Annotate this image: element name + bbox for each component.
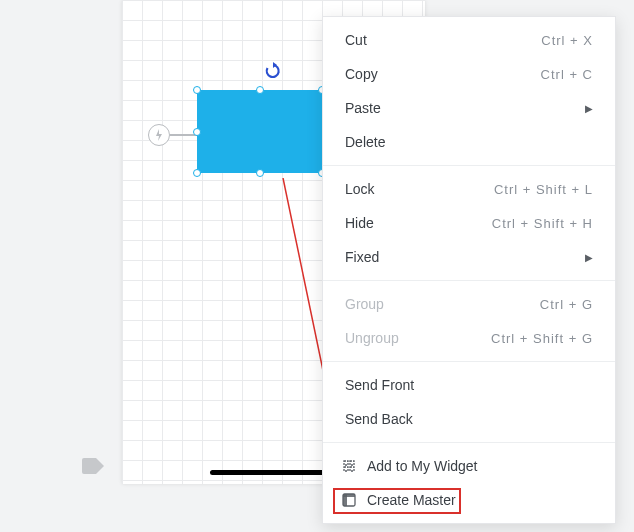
menu-add-widget[interactable]: Add to My Widget xyxy=(323,449,615,483)
menu-copy-shortcut: Ctrl + C xyxy=(541,67,593,82)
menu-lock[interactable]: Lock Ctrl + Shift + L xyxy=(323,172,615,206)
menu-cut[interactable]: Cut Ctrl + X xyxy=(323,23,615,57)
create-master-icon xyxy=(341,492,357,508)
menu-paste-label: Paste xyxy=(345,100,381,116)
menu-add-widget-label: Add to My Widget xyxy=(367,458,478,474)
context-menu: Cut Ctrl + X Copy Ctrl + C Paste ▶ Delet… xyxy=(322,16,616,524)
menu-delete[interactable]: Delete xyxy=(323,125,615,159)
menu-separator xyxy=(323,361,615,362)
menu-lock-shortcut: Ctrl + Shift + L xyxy=(494,182,593,197)
menu-ungroup: Ungroup Ctrl + Shift + G xyxy=(323,321,615,355)
chevron-right-icon: ▶ xyxy=(585,103,593,114)
menu-lock-label: Lock xyxy=(345,181,375,197)
lightning-icon xyxy=(154,129,164,141)
resize-handle-w[interactable] xyxy=(193,128,201,136)
menu-group: Group Ctrl + G xyxy=(323,287,615,321)
add-widget-icon xyxy=(341,458,357,474)
menu-group-label: Group xyxy=(345,296,384,312)
menu-hide[interactable]: Hide Ctrl + Shift + H xyxy=(323,206,615,240)
svg-rect-3 xyxy=(343,494,355,497)
menu-create-master-label: Create Master xyxy=(367,492,456,508)
resize-handle-nw[interactable] xyxy=(193,86,201,94)
resize-handle-s[interactable] xyxy=(256,169,264,177)
menu-hide-label: Hide xyxy=(345,215,374,231)
menu-send-front-label: Send Front xyxy=(345,377,414,393)
tag-icon xyxy=(82,458,104,477)
menu-hide-shortcut: Ctrl + Shift + H xyxy=(492,216,593,231)
menu-cut-shortcut: Ctrl + X xyxy=(541,33,593,48)
menu-fixed[interactable]: Fixed ▶ xyxy=(323,240,615,274)
menu-separator xyxy=(323,280,615,281)
menu-group-shortcut: Ctrl + G xyxy=(540,297,593,312)
rotate-icon xyxy=(264,62,282,80)
menu-send-back[interactable]: Send Back xyxy=(323,402,615,436)
menu-create-master[interactable]: Create Master xyxy=(323,483,615,517)
menu-ungroup-label: Ungroup xyxy=(345,330,399,346)
menu-copy-label: Copy xyxy=(345,66,378,82)
rotate-handle[interactable] xyxy=(264,62,282,80)
menu-delete-label: Delete xyxy=(345,134,385,150)
menu-copy[interactable]: Copy Ctrl + C xyxy=(323,57,615,91)
chevron-right-icon: ▶ xyxy=(585,252,593,263)
resize-handle-n[interactable] xyxy=(256,86,264,94)
menu-cut-label: Cut xyxy=(345,32,367,48)
menu-fixed-label: Fixed xyxy=(345,249,379,265)
menu-send-back-label: Send Back xyxy=(345,411,413,427)
menu-paste[interactable]: Paste ▶ xyxy=(323,91,615,125)
resize-handle-sw[interactable] xyxy=(193,169,201,177)
selected-rectangle[interactable] xyxy=(197,90,322,173)
menu-ungroup-shortcut: Ctrl + Shift + G xyxy=(491,331,593,346)
interaction-badge[interactable] xyxy=(148,124,170,146)
menu-separator xyxy=(323,442,615,443)
menu-separator xyxy=(323,165,615,166)
menu-send-front[interactable]: Send Front xyxy=(323,368,615,402)
home-indicator xyxy=(210,470,338,475)
